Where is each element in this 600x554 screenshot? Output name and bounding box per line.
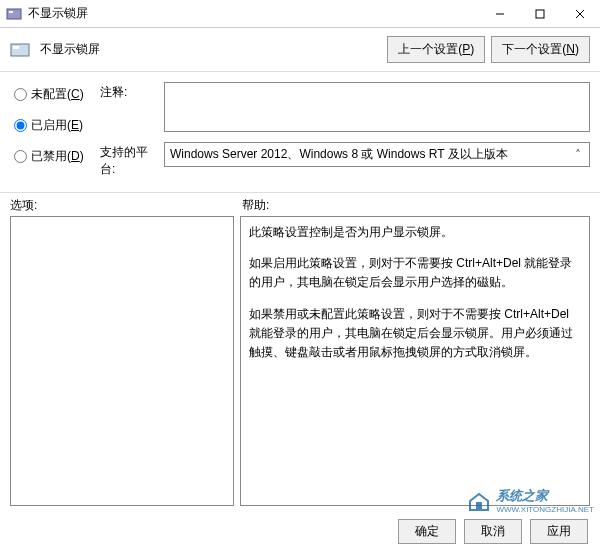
window-title: 不显示锁屏 — [28, 5, 480, 22]
radio-not-configured[interactable]: 未配置(C) — [14, 86, 100, 103]
title-bar: 不显示锁屏 — [0, 0, 600, 28]
svg-rect-3 — [536, 10, 544, 18]
radio-enabled[interactable]: 已启用(E) — [14, 117, 100, 134]
policy-icon — [10, 40, 30, 60]
next-setting-button[interactable]: 下一个设置(N) — [491, 36, 590, 63]
options-label: 选项: — [10, 197, 242, 214]
watermark: 系统之家 WWW.XITONGZHIJIA.NET — [466, 487, 594, 514]
svg-rect-8 — [476, 502, 482, 510]
help-panel: 此策略设置控制是否为用户显示锁屏。 如果启用此策略设置，则对于不需要按 Ctrl… — [240, 216, 590, 506]
app-icon — [6, 6, 22, 22]
svg-rect-0 — [7, 9, 21, 19]
platform-box: Windows Server 2012、Windows 8 或 Windows … — [164, 142, 590, 167]
svg-rect-1 — [9, 11, 13, 13]
ok-button[interactable]: 确定 — [398, 519, 456, 544]
help-text: 如果启用此策略设置，则对于不需要按 Ctrl+Alt+Del 就能登录的用户，其… — [249, 254, 581, 292]
close-button[interactable] — [560, 0, 600, 27]
policy-title: 不显示锁屏 — [40, 41, 387, 58]
comment-textarea[interactable] — [164, 82, 590, 132]
svg-rect-7 — [13, 46, 19, 49]
help-label: 帮助: — [242, 197, 269, 214]
options-panel — [10, 216, 234, 506]
comment-label: 注释: — [100, 82, 156, 101]
chevron-up-icon[interactable]: ˄ — [572, 148, 584, 162]
platform-text: Windows Server 2012、Windows 8 或 Windows … — [170, 146, 572, 163]
svg-rect-6 — [11, 44, 29, 56]
help-text: 如果禁用或未配置此策略设置，则对于不需要按 Ctrl+Alt+Del 就能登录的… — [249, 305, 581, 363]
minimize-button[interactable] — [480, 0, 520, 27]
previous-setting-button[interactable]: 上一个设置(P) — [387, 36, 485, 63]
platform-label: 支持的平台: — [100, 142, 156, 178]
cancel-button[interactable]: 取消 — [464, 519, 522, 544]
help-text: 此策略设置控制是否为用户显示锁屏。 — [249, 223, 581, 242]
maximize-button[interactable] — [520, 0, 560, 27]
apply-button[interactable]: 应用 — [530, 519, 588, 544]
radio-disabled[interactable]: 已禁用(D) — [14, 148, 100, 165]
header-row: 不显示锁屏 上一个设置(P) 下一个设置(N) — [0, 28, 600, 72]
